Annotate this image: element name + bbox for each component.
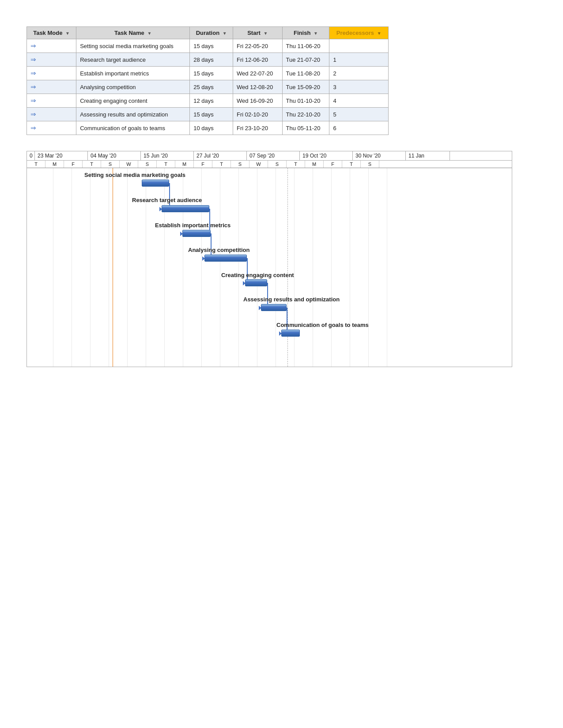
task-mode-icon: ⇒ [30, 124, 36, 131]
gantt-grid-line [295, 168, 313, 367]
gantt-period-header: 023 Mar '2004 May '2015 Jun '2027 Jul '2… [27, 151, 512, 161]
gantt-grid-line [239, 168, 257, 367]
gantt-grid-line [332, 168, 350, 367]
gantt-task-bar [281, 330, 300, 337]
gantt-task-label: Setting social media marketing goals [84, 172, 185, 178]
duration-cell: 15 days [190, 39, 233, 53]
duration-cell: 10 days [190, 121, 233, 135]
start-cell: Fri 12-06-20 [233, 53, 282, 67]
task-mode-cell: ⇒ [27, 94, 76, 108]
gantt-grid-line [35, 168, 53, 367]
pred-cell: 3 [329, 80, 389, 94]
gantt-period-cell: 07 Sep '20 [247, 151, 300, 160]
task-mode-icon: ⇒ [30, 110, 36, 118]
col-start[interactable]: Start ▼ [233, 27, 282, 39]
gantt-grid-line [276, 168, 295, 367]
gantt-period-cell: 19 Oct '20 [300, 151, 353, 160]
table-row: ⇒ Establish important metrics 15 days We… [27, 67, 389, 80]
pred-cell [329, 39, 389, 53]
gantt-grid-line [72, 168, 91, 367]
col-duration[interactable]: Duration ▼ [190, 27, 233, 39]
gantt-task-label: Analysing competition [188, 247, 249, 253]
task-mode-cell: ⇒ [27, 53, 76, 67]
gantt-day-cell: S [231, 161, 249, 168]
task-mode-icon: ⇒ [30, 56, 36, 63]
pred-cell: 1 [329, 53, 389, 67]
table-row: ⇒ Assessing results and optimization 15 … [27, 108, 389, 121]
gantt-day-cell: T [83, 161, 101, 168]
gantt-task-label: Communication of goals to teams [276, 322, 369, 328]
task-mode-icon: ⇒ [30, 42, 36, 49]
finish-cell: Tue 15-09-20 [282, 80, 329, 94]
gantt-chart: 023 Mar '2004 May '2015 Jun '2027 Jul '2… [26, 151, 512, 367]
gantt-period-cell: 11 Jan [406, 151, 450, 160]
gantt-day-cell: T [342, 161, 361, 168]
task-mode-cell: ⇒ [27, 67, 76, 80]
task-name-cell: Assessing results and optimization [76, 108, 190, 121]
start-cell: Fri 22-05-20 [233, 39, 282, 53]
gantt-day-cell: S [361, 161, 379, 168]
gantt-day-cell: W [249, 161, 268, 168]
gantt-task-label: Research target audience [132, 197, 202, 203]
start-cell: Fri 02-10-20 [233, 108, 282, 121]
task-mode-cell: ⇒ [27, 39, 76, 53]
task-name-cell: Creating engaging content [76, 94, 190, 108]
gantt-period-cell: 30 Nov '20 [353, 151, 406, 160]
pred-cell: 2 [329, 67, 389, 80]
gantt-day-cell: M [175, 161, 194, 168]
gantt-grid-line [257, 168, 276, 367]
gantt-day-cell: T [157, 161, 175, 168]
duration-cell: 25 days [190, 80, 233, 94]
gantt-day-cell: S [101, 161, 120, 168]
gantt-table: Task Mode ▼ Task Name ▼ Duration ▼ Start… [26, 26, 389, 135]
task-name-cell: Communication of goals to teams [76, 121, 190, 135]
gantt-task-bar [142, 180, 169, 187]
gantt-task-bar [162, 205, 209, 212]
duration-cell: 15 days [190, 108, 233, 121]
task-name-cell: Analysing competition [76, 80, 190, 94]
gantt-task-bar [204, 255, 247, 262]
gantt-today-line [113, 168, 113, 367]
col-task-name[interactable]: Task Name ▼ [76, 27, 190, 39]
gantt-task-label: Creating engaging content [221, 272, 294, 278]
task-mode-cell: ⇒ [27, 80, 76, 94]
finish-cell: Thu 22-10-20 [282, 108, 329, 121]
duration-cell: 28 days [190, 53, 233, 67]
start-cell: Wed 16-09-20 [233, 94, 282, 108]
gantt-day-cell: M [305, 161, 324, 168]
col-predecessors[interactable]: Predecessors ▼ [329, 27, 389, 39]
col-finish[interactable]: Finish ▼ [282, 27, 329, 39]
table-row: ⇒ Research target audience 28 days Fri 1… [27, 53, 389, 67]
gantt-grid-line [91, 168, 109, 367]
table-row: ⇒ Creating engaging content 12 days Wed … [27, 94, 389, 108]
gantt-grid-line [220, 168, 239, 367]
task-name-cell: Establish important metrics [76, 67, 190, 80]
gantt-period-cell: 23 Mar '20 [35, 151, 88, 160]
start-cell: Fri 23-10-20 [233, 121, 282, 135]
finish-cell: Tue 21-07-20 [282, 53, 329, 67]
gantt-day-cell: W [120, 161, 138, 168]
col-task-mode[interactable]: Task Mode ▼ [27, 27, 76, 39]
start-cell: Wed 22-07-20 [233, 67, 282, 80]
gantt-day-cell: F [194, 161, 212, 168]
gantt-period-cell: 0 [27, 151, 35, 160]
gantt-day-cell: S [268, 161, 287, 168]
task-mode-cell: ⇒ [27, 121, 76, 135]
gantt-grid-line [313, 168, 332, 367]
task-name-cell: Setting social media marketing goals [76, 39, 190, 53]
gantt-day-cell: M [45, 161, 64, 168]
finish-cell: Thu 05-11-20 [282, 121, 329, 135]
pred-cell: 6 [329, 121, 389, 135]
gantt-task-bar [182, 230, 211, 237]
gantt-body: Setting social media marketing goalsRese… [27, 168, 512, 367]
duration-cell: 15 days [190, 67, 233, 80]
gantt-dashed-line [287, 168, 288, 367]
duration-cell: 12 days [190, 94, 233, 108]
gantt-task-label: Establish important metrics [155, 222, 230, 229]
task-mode-icon: ⇒ [30, 83, 36, 90]
gantt-day-cell: S [138, 161, 157, 168]
gantt-grid-line [109, 168, 128, 367]
gantt-day-cell: T [27, 161, 45, 168]
gantt-day-cell: F [64, 161, 83, 168]
gantt-grid-line [53, 168, 72, 367]
